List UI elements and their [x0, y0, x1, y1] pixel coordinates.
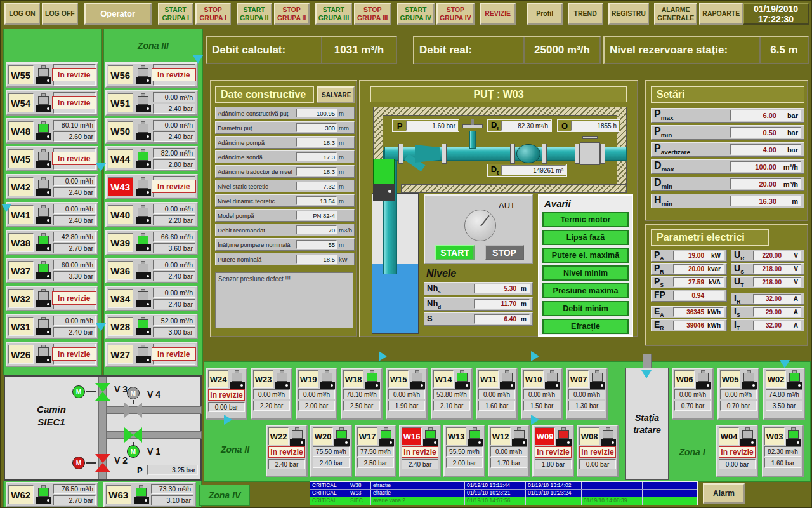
pump-start-button[interactable]: START [435, 245, 475, 260]
dc-row-field[interactable]: 300 [296, 123, 337, 132]
well-w45[interactable]: W45 In revizie [6, 146, 98, 171]
setting-field[interactable]: 39046 kWh [673, 321, 724, 330]
start-grupa-2-button[interactable]: START GRUPA II [237, 3, 272, 25]
well-w48[interactable]: W48 80.10 m³/h 2.60 bar [6, 118, 98, 144]
alarme-generale-button[interactable]: ALARME GENERALE [654, 3, 697, 25]
well-w38[interactable]: W38 42.80 m³/h 2.70 bar [6, 230, 98, 255]
well-w51[interactable]: W51 0.00 m³/h 2.40 bar [105, 90, 198, 116]
well-w42[interactable]: W42 0.00 m³/h 2.40 bar [6, 174, 98, 199]
well-w07[interactable]: W07 0.00 m³/h 1.30 bar [566, 368, 608, 420]
stop-grupa-1-button[interactable]: STOP GRUPA I [195, 3, 231, 25]
mode-knob[interactable] [464, 210, 496, 241]
well-w08[interactable]: W08 In revizie 0.00 bar [577, 425, 619, 477]
start-grupa-3-button[interactable]: START GRUPA III [315, 3, 352, 25]
well-w63[interactable]: W63 73.30 m³/h 3.10 bar [103, 482, 196, 507]
well-w15[interactable]: W15 0.00 m³/h 1.90 bar [386, 368, 428, 420]
profil-button[interactable]: Profil [527, 3, 563, 25]
well-w19[interactable]: W19 0.00 m³/h 2.00 bar [296, 368, 337, 420]
well-w44[interactable]: W44 82.00 m³/h 2.80 bar [105, 146, 198, 171]
setting-field[interactable]: 5.30 m [474, 284, 530, 293]
log-on-button[interactable]: LOG ON [4, 3, 40, 25]
well-w05[interactable]: W05 0.00 m³/h 0.70 bar [717, 368, 759, 420]
well-w41[interactable]: W41 0.00 m³/h 2.40 bar [6, 202, 98, 227]
stop-grupa-3-button[interactable]: STOP GRUPA III [354, 3, 391, 25]
setting-field[interactable]: 16.30 m [730, 196, 801, 206]
well-w55[interactable]: W55 In revizie [6, 62, 98, 88]
well-w28[interactable]: W28 52.00 m³/h 3.00 bar [105, 314, 198, 339]
alarm-row[interactable]: CRITICAL SIEC avarie vana 2 01/19/10 14:… [310, 497, 697, 505]
setting-field[interactable]: 19.00 kW [673, 251, 724, 260]
well-w32[interactable]: W32 In revizie [6, 286, 98, 311]
dc-row-field[interactable]: 18.5 [296, 255, 337, 264]
save-button[interactable]: SALVARE [317, 86, 355, 103]
well-w17[interactable]: W17 77.50 m³/h 2.50 bar [355, 425, 396, 477]
setting-field[interactable]: 218.00 V [753, 264, 801, 274]
alarm-row[interactable]: CRITICAL W38 efractie 01/19/10 13:11:44 … [310, 482, 697, 490]
well-w04[interactable]: W04 In revizie 0.00 bar [716, 425, 758, 477]
alarm-button[interactable]: Alarm [703, 483, 745, 504]
setting-field[interactable]: 4.00 bar [730, 144, 801, 155]
pump-stop-button[interactable]: STOP [485, 245, 524, 260]
setting-field[interactable]: 27.59 kVA [673, 277, 724, 287]
well-w26[interactable]: W26 In revizie [6, 342, 98, 367]
well-w22[interactable]: W22 In revizie 2.40 bar [266, 425, 308, 477]
dc-row-field[interactable]: 100.95 [296, 109, 337, 117]
setting-field[interactable]: 218.00 V [753, 277, 801, 287]
well-w36[interactable]: W36 0.00 m³/h 2.40 bar [105, 258, 198, 283]
rapoarte-button[interactable]: RAPOARTE [699, 3, 743, 25]
dc-row-field[interactable]: 70 [296, 225, 337, 234]
well-w62[interactable]: W62 76.50 m³/h 2.70 bar [6, 482, 98, 507]
well-w43[interactable]: W43 In revizie [105, 174, 198, 199]
well-w37[interactable]: W37 60.00 m³/h 3.30 bar [6, 258, 98, 283]
well-w27[interactable]: W27 In revizie [105, 342, 198, 367]
well-w10[interactable]: W10 0.00 m³/h 1.50 bar [521, 368, 563, 420]
setting-field[interactable]: 20.00 kvar [673, 264, 724, 274]
well-w11[interactable]: W11 0.00 m³/h 1.60 bar [476, 368, 518, 420]
setting-field[interactable]: 32.00 A [753, 294, 801, 304]
revizie-button[interactable]: REVIZIE [480, 3, 516, 25]
start-grupa-4-button[interactable]: START GRUPA IV [397, 3, 435, 25]
setting-field[interactable]: 11.70 m [474, 299, 530, 309]
well-w24[interactable]: W24 In revizie 0.00 bar [206, 368, 247, 420]
well-w34[interactable]: W34 0.00 m³/h 2.40 bar [105, 286, 198, 311]
valve-v3[interactable] [95, 383, 110, 401]
well-w39[interactable]: W39 66.60 m³/h 3.60 bar [105, 230, 198, 255]
alarm-row[interactable]: CRITICAL W13 efractie 01/19/10 10:23:21 … [310, 490, 697, 497]
handwheel-icon[interactable] [582, 136, 598, 139]
well-w09[interactable]: W09 In revizie 1.80 bar [532, 425, 574, 477]
setting-field[interactable]: 100.00 m³/h [730, 161, 801, 172]
dc-row-field[interactable]: PN 82-4 [296, 211, 337, 220]
setting-field[interactable]: 0.50 bar [730, 127, 801, 138]
well-w56[interactable]: W56 In revizie [105, 62, 198, 88]
well-w50[interactable]: W50 0.00 m³/h 2.40 bar [105, 118, 198, 144]
well-w23[interactable]: W23 0.00 m³/h 2.20 bar [251, 368, 292, 420]
setting-field[interactable]: 6.40 m [474, 314, 530, 324]
dc-row-field[interactable]: 18.3 [296, 167, 337, 176]
well-w18[interactable]: W18 78.10 m³/h 2.50 bar [341, 368, 383, 420]
setting-field[interactable]: 36345 kWh [673, 307, 724, 317]
well-w12[interactable]: W12 0.00 m³/h 1.70 bar [488, 425, 530, 477]
valve-v2[interactable] [95, 454, 110, 472]
well-w03[interactable]: W03 82.30 m³/h 1.60 bar [762, 425, 804, 477]
well-w16[interactable]: W16 In revizie 2.40 bar [399, 425, 441, 477]
well-w06[interactable]: W06 0.00 m³/h 0.70 bar [672, 368, 714, 420]
trend-button[interactable]: TREND [568, 3, 603, 25]
well-w02[interactable]: W02 74.80 m³/h 3.50 bar [763, 368, 805, 420]
dc-row-field[interactable]: 7.32 [296, 182, 337, 190]
well-w40[interactable]: W40 0.00 m³/h 2.20 bar [105, 202, 198, 227]
dc-row-field[interactable]: 55 [296, 240, 337, 249]
dc-row-field[interactable]: 13.54 [296, 196, 337, 205]
registru-button[interactable]: REGISTRU [608, 3, 649, 25]
setting-field[interactable]: 0.94 [673, 291, 724, 300]
stop-grupa-2-button[interactable]: STOP GRUPA II [274, 3, 310, 25]
well-w14[interactable]: W14 53.80 m³/h 2.10 bar [431, 368, 473, 420]
start-grupa-1-button[interactable]: START GRUPA I [158, 3, 193, 25]
sensor-message-box[interactable]: Senzor presiune defect !!! [215, 272, 353, 328]
well-w20[interactable]: W20 75.50 m³/h 2.40 bar [310, 425, 352, 477]
setting-field[interactable]: 20.00 m³/h [730, 178, 801, 189]
valve-v4[interactable] [124, 403, 142, 418]
dc-row-field[interactable]: 18.3 [296, 138, 337, 147]
valve-v1[interactable] [124, 427, 142, 443]
well-w13[interactable]: W13 55.50 m³/h 2.00 bar [443, 425, 485, 477]
well-w54[interactable]: W54 In revizie [6, 90, 98, 116]
